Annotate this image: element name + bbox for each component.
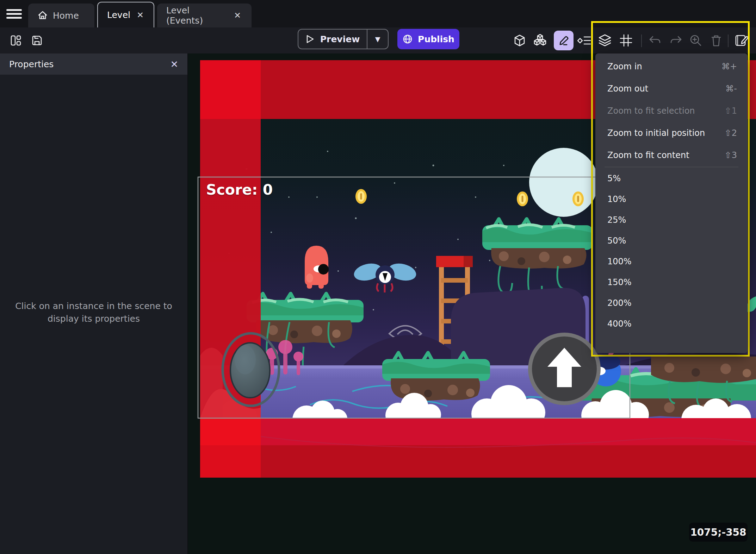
properties-empty-message: Click on an instance in the scene to dis… xyxy=(13,300,175,326)
panel-title: Properties xyxy=(9,59,54,69)
close-icon[interactable]: ✕ xyxy=(135,10,145,21)
menu-item-zoom-150[interactable]: 150% xyxy=(595,272,748,292)
menu-item-zoom-5[interactable]: 5% xyxy=(595,168,748,189)
menu-item-zoom-in[interactable]: Zoom in ⌘+ xyxy=(595,55,748,77)
tab-label: Level (Events) xyxy=(166,5,228,26)
menu-item-zoom-50[interactable]: 50% xyxy=(595,230,748,251)
shortcut: ⇧2 xyxy=(725,128,737,138)
close-icon[interactable]: ✕ xyxy=(170,59,178,70)
layers-panel-icon[interactable] xyxy=(597,32,613,49)
preview-options-button[interactable]: ▼ xyxy=(367,30,388,49)
shortcut: ⇧3 xyxy=(725,150,737,160)
moon xyxy=(529,148,598,217)
menu-item-zoom-out[interactable]: Zoom out ⌘- xyxy=(595,77,748,100)
menu-divider xyxy=(605,167,738,167)
instances-list-icon[interactable] xyxy=(576,32,593,49)
redo-icon xyxy=(668,32,684,49)
shortcut: ⇧1 xyxy=(725,106,737,116)
instances-panel-icon[interactable] xyxy=(532,32,548,49)
zoom-menu: Zoom in ⌘+ Zoom out ⌘- Zoom to fit selec… xyxy=(595,53,748,353)
main-menu-icon[interactable] xyxy=(6,7,22,20)
player-character xyxy=(305,246,329,289)
preview-label: Preview xyxy=(320,34,360,44)
save-icon[interactable] xyxy=(29,32,45,49)
edit-mode-button[interactable] xyxy=(554,31,574,50)
menu-item-zoom-100[interactable]: 100% xyxy=(595,251,748,272)
objects-panel-icon[interactable] xyxy=(512,32,528,49)
undo-icon xyxy=(647,32,663,49)
tab-home[interactable]: Home xyxy=(28,4,94,27)
menu-item-zoom-25[interactable]: 25% xyxy=(595,209,748,230)
globe-icon xyxy=(402,34,413,44)
menu-item-zoom-fit-selection: Zoom to fit selection ⇧1 xyxy=(595,100,748,122)
menu-item-zoom-fit-content[interactable]: Zoom to fit content ⇧3 xyxy=(595,144,748,166)
tab-bar: Home Level ✕ Level (Events) ✕ xyxy=(0,0,756,27)
divider xyxy=(641,34,642,47)
cursor-coordinates-badge: 1075;-358 xyxy=(689,523,748,542)
toolbar: Preview ▼ Publish xyxy=(0,27,756,53)
properties-panel-header: Properties ✕ xyxy=(0,53,187,75)
jump-button[interactable] xyxy=(528,333,601,405)
platform-bottom-center xyxy=(382,353,490,401)
close-icon[interactable]: ✕ xyxy=(233,10,242,21)
delete-icon xyxy=(708,32,724,49)
menu-item-zoom-10[interactable]: 10% xyxy=(595,189,748,209)
toggle-panels-icon[interactable] xyxy=(8,32,24,49)
preview-button[interactable]: Preview ▼ xyxy=(298,29,389,49)
tab-label: Home xyxy=(53,11,79,21)
menu-item-zoom-400[interactable]: 400% xyxy=(595,313,748,334)
shortcut: ⌘- xyxy=(725,84,737,94)
play-icon xyxy=(305,34,315,44)
pencil-icon xyxy=(558,34,570,46)
grid-icon[interactable] xyxy=(618,32,634,49)
edit-scene-properties-icon[interactable] xyxy=(733,32,750,49)
divider xyxy=(728,34,729,47)
publish-label: Publish xyxy=(418,34,454,44)
home-icon xyxy=(37,10,48,21)
menu-item-zoom-initial-position[interactable]: Zoom to initial position ⇧2 xyxy=(595,122,748,144)
shortcut: ⌘+ xyxy=(721,62,737,71)
publish-button[interactable]: Publish xyxy=(397,29,459,49)
menu-item-zoom-200[interactable]: 200% xyxy=(595,292,748,313)
tab-level[interactable]: Level ✕ xyxy=(97,2,154,27)
zoom-icon[interactable] xyxy=(688,32,704,49)
properties-panel: Properties ✕ Click on an instance in the… xyxy=(0,53,188,554)
score-hud: Score: 0 xyxy=(206,181,273,198)
tab-level-events[interactable]: Level (Events) ✕ xyxy=(157,4,252,27)
tab-label: Level xyxy=(107,10,130,20)
